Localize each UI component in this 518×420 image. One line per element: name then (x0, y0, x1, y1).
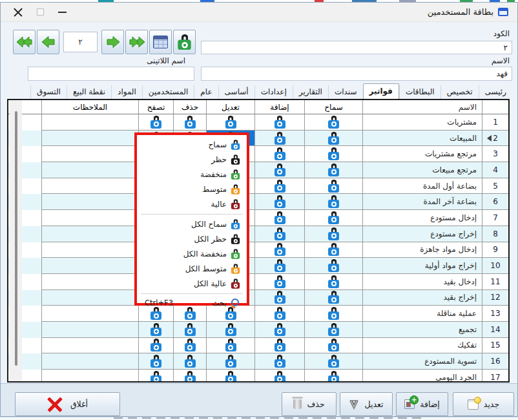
menu-item[interactable]: حظر الكل (137, 231, 247, 246)
permission-cell[interactable] (254, 131, 304, 147)
permission-cell[interactable] (173, 322, 206, 338)
tab[interactable]: رئيسى (479, 85, 512, 99)
row-name-cell[interactable]: إدخال مستودع (362, 210, 482, 226)
row-number-cell[interactable]: 14 (482, 322, 508, 338)
row-name-cell[interactable]: إخراج مواد أولية (362, 258, 482, 274)
notes-cell[interactable] (41, 226, 138, 242)
permission-cell[interactable] (254, 322, 304, 338)
notes-cell[interactable] (41, 338, 138, 354)
permission-cell[interactable] (304, 306, 362, 322)
new-button[interactable]: جديد (453, 392, 514, 416)
permission-cell[interactable] (304, 322, 362, 338)
tab[interactable]: المستخدمين (142, 85, 194, 99)
scrollbar-thumb[interactable] (15, 111, 17, 366)
permission-cell[interactable] (138, 114, 173, 131)
permission-cell[interactable] (138, 322, 173, 338)
permission-cell[interactable] (304, 258, 362, 274)
menu-item[interactable]: عالية الكل (137, 277, 247, 291)
permission-cell[interactable] (254, 194, 304, 210)
notes-cell[interactable] (41, 274, 138, 290)
permission-cell[interactable] (138, 338, 173, 354)
tab[interactable]: نقطة البيع (67, 85, 111, 99)
permission-cell[interactable] (254, 306, 304, 322)
next-record-button[interactable] (101, 30, 124, 54)
notes-cell[interactable] (41, 131, 138, 147)
permission-cell[interactable] (304, 370, 362, 383)
permission-cell[interactable] (304, 242, 362, 258)
permission-cell[interactable] (304, 162, 362, 178)
menu-item[interactable]: حظر (137, 152, 247, 167)
permission-cell[interactable] (206, 322, 254, 338)
window-maximize-button[interactable] (29, 3, 51, 22)
permission-cell[interactable] (254, 370, 304, 383)
menu-item[interactable]: متوسط الكل (137, 262, 247, 277)
row-name-cell[interactable]: عملية مناقلة (362, 306, 482, 322)
permission-cell[interactable] (254, 353, 304, 370)
permission-cell[interactable] (304, 114, 362, 131)
tab[interactable]: التقارير (293, 85, 328, 99)
previous-record-button[interactable] (37, 30, 59, 54)
row-number-cell[interactable]: 8 (482, 226, 508, 242)
window-close-button[interactable] (7, 3, 29, 22)
tab[interactable]: البطاقات (399, 85, 440, 99)
permission-cell[interactable] (254, 258, 304, 274)
row-name-cell[interactable]: إدخال بقيد (362, 274, 482, 290)
last-record-button[interactable] (125, 30, 148, 54)
row-name-cell[interactable]: مرتجع مبيعات (362, 162, 482, 178)
permission-cell[interactable] (304, 226, 362, 242)
permission-cell[interactable] (254, 226, 304, 242)
code-field[interactable] (201, 41, 512, 54)
permission-cell[interactable] (206, 353, 254, 370)
row-name-cell[interactable]: تسوية المستودع (362, 353, 482, 370)
row-number-cell[interactable]: 15 (482, 338, 508, 354)
row-number-cell[interactable]: 11 (482, 274, 508, 290)
close-button[interactable]: أغلاق (15, 392, 120, 416)
permission-cell[interactable] (173, 338, 206, 354)
row-number-cell[interactable]: 16 (482, 353, 508, 370)
row-name-cell[interactable]: الجرد اليومي (362, 370, 482, 383)
permission-cell[interactable] (138, 370, 173, 383)
row-number-cell[interactable]: 3 (482, 146, 508, 162)
row-number-cell[interactable]: 2 (482, 131, 508, 147)
row-name-cell[interactable]: تجميع (362, 322, 482, 338)
row-name-cell[interactable]: تفكيك (362, 338, 482, 354)
notes-cell[interactable] (41, 194, 138, 210)
notes-cell[interactable] (41, 162, 138, 178)
menu-item[interactable]: بحثCtrl+F3 (137, 296, 247, 311)
row-name-cell[interactable]: إخراج بقيد (362, 290, 482, 306)
menu-item[interactable]: عالية (137, 197, 247, 212)
menu-item[interactable]: متوسط (137, 182, 247, 197)
tab[interactable]: أساسى (218, 85, 254, 99)
row-name-cell[interactable]: مرتجع مشتريات (362, 146, 482, 162)
permission-cell[interactable] (206, 114, 254, 131)
notes-cell[interactable] (41, 353, 138, 370)
vertical-scrollbar[interactable] (10, 100, 22, 381)
permission-cell[interactable] (304, 131, 362, 147)
row-number-cell[interactable]: 7 (482, 210, 508, 226)
tab[interactable]: التسوق (30, 85, 67, 99)
row-number-cell[interactable]: 1 (482, 114, 508, 131)
row-number-cell[interactable]: 17 (482, 370, 508, 383)
permission-cell[interactable] (254, 210, 304, 226)
tab[interactable]: عام (194, 85, 218, 99)
row-name-cell[interactable]: المبيعات (362, 131, 482, 147)
notes-cell[interactable] (41, 370, 138, 383)
permission-cell[interactable] (254, 274, 304, 290)
menu-item[interactable]: سماح الكل (137, 216, 247, 231)
records-grid-button[interactable] (149, 30, 172, 54)
permission-cell[interactable] (254, 146, 304, 162)
row-number-cell[interactable]: 13 (482, 306, 508, 322)
latin-name-field[interactable] (28, 67, 194, 81)
permission-cell[interactable] (254, 338, 304, 354)
permission-cell[interactable] (254, 290, 304, 306)
permission-cell[interactable] (254, 242, 304, 258)
permission-cell[interactable] (254, 162, 304, 178)
tab[interactable]: سندات (328, 85, 363, 99)
name-field[interactable] (201, 67, 512, 81)
permission-cell[interactable] (138, 353, 173, 370)
permission-cell[interactable] (304, 353, 362, 370)
permission-cell[interactable] (254, 114, 304, 131)
notes-cell[interactable] (41, 210, 138, 226)
row-number-cell[interactable]: 5 (482, 178, 508, 194)
permission-cell[interactable] (304, 210, 362, 226)
